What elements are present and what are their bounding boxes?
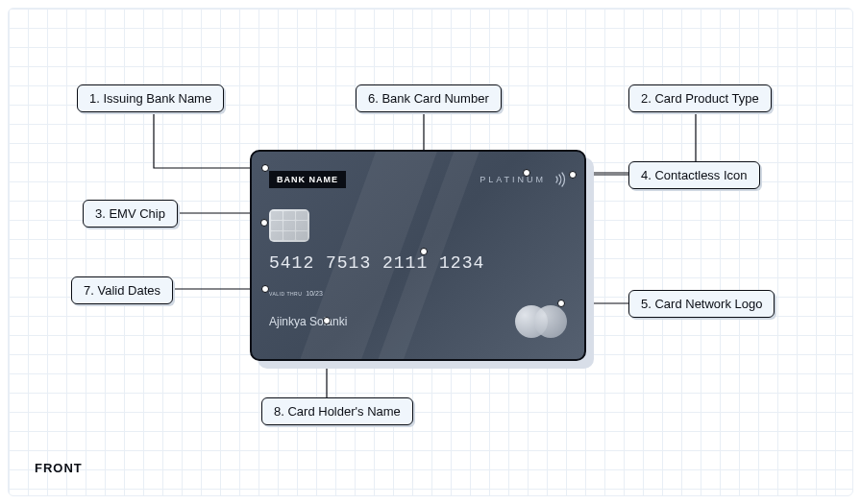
card-product-type: PLATINUM: [480, 175, 546, 184]
callout-valid-dates: 7. Valid Dates: [71, 276, 173, 304]
anchor-dot: [261, 164, 269, 172]
anchor-dot: [323, 317, 331, 324]
contactless-icon: [554, 172, 569, 191]
credit-card-front: BANK NAME PLATINUM 5412 7513 2111 1234 V…: [250, 150, 586, 361]
valid-dates: VALID THRU10/23: [269, 290, 323, 297]
callout-holder-name: 8. Card Holder's Name: [261, 397, 413, 425]
emv-chip-icon: [269, 209, 309, 242]
card-network-logo-icon: [515, 305, 567, 338]
issuing-bank-name: BANK NAME: [269, 171, 346, 188]
bank-card-number: 5412 7513 2111 1234: [269, 253, 484, 273]
callout-network-logo: 5. Card Network Logo: [628, 290, 775, 318]
callout-emv-chip: 3. EMV Chip: [83, 200, 178, 228]
anchor-dot: [557, 300, 565, 307]
callout-bank-card-number: 6. Bank Card Number: [356, 84, 502, 112]
callout-contactless-icon: 4. Contactless Icon: [628, 161, 760, 189]
card-holder-name: Ajinkya Solanki: [269, 315, 347, 328]
anchor-dot: [261, 285, 269, 293]
valid-thru-label: VALID THRU: [269, 291, 302, 297]
callout-card-product-type: 2. Card Product Type: [628, 84, 772, 112]
callout-issuing-bank: 1. Issuing Bank Name: [77, 84, 224, 112]
anchor-dot: [569, 171, 577, 179]
valid-thru-date: 10/23: [306, 290, 323, 297]
anchor-dot: [523, 169, 530, 177]
diagram-label: FRONT: [35, 461, 83, 475]
anchor-dot: [260, 219, 268, 227]
anchor-dot: [420, 248, 428, 255]
